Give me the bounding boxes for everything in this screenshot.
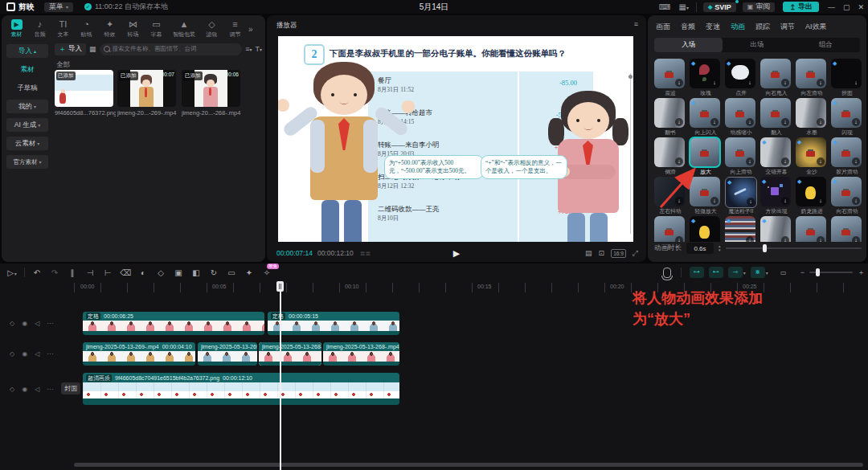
maximize-button[interactable]: ▢	[843, 3, 850, 11]
tab-picture[interactable]: 画面	[656, 22, 670, 32]
mute-icon[interactable]: ◁	[35, 350, 39, 358]
chroma-key-button[interactable]: ◇	[152, 268, 170, 277]
record-voiceover-icon[interactable]	[663, 268, 671, 278]
animation-tile[interactable]: ◆↓胶片滑动	[829, 137, 865, 177]
subtab-combo[interactable]: 组合	[792, 38, 860, 52]
animation-tile[interactable]: ◆↓拼图	[829, 59, 865, 98]
sidebar-item-cloud-material[interactable]: 云素材▾	[6, 137, 48, 150]
sort-icon[interactable]: ≡▾	[245, 45, 252, 53]
redo-button[interactable]: ↷	[46, 268, 63, 277]
clip-freeze-2[interactable]: 定格00:00:05:15	[268, 312, 399, 335]
animation-tile[interactable]: ↓向右甩入	[759, 59, 794, 98]
split-button[interactable]: ∥	[63, 268, 81, 277]
lock-icon[interactable]: ◇	[10, 320, 14, 327]
main-track-magnet-toggle[interactable]: ⊶	[690, 267, 704, 278]
sidebar-item-material[interactable]: 素材	[6, 63, 48, 76]
page-indicator-dot[interactable]	[628, 75, 633, 79]
tab-tracking[interactable]: 跟踪	[755, 22, 770, 32]
tab-animation[interactable]: 动画	[731, 22, 745, 32]
more-icon[interactable]: ⋯	[47, 320, 53, 327]
preview-canvas[interactable]: 2 下面是李叔叔手机里的一部分电子账单。你能看懂这份账单吗？ 餐厅8月31日 1…	[278, 36, 633, 242]
tab-adjust[interactable]: ≡调节	[223, 19, 247, 39]
type-filter-icon[interactable]: T▾	[255, 45, 262, 53]
sidebar-item-official-material[interactable]: 官方素材▾	[6, 155, 48, 169]
tab-sticker[interactable]: ◔贴纸	[75, 19, 98, 39]
animation-tile[interactable]: ↓向左滑动	[794, 59, 829, 98]
animation-tile[interactable]: ↓向上滑动	[723, 137, 759, 177]
animation-tile[interactable]: ◆↓向上闪入	[688, 98, 723, 137]
linkage-toggle[interactable]: ⊸	[728, 267, 743, 278]
animation-tile[interactable]: ↓震波	[653, 59, 688, 98]
animation-tile[interactable]: ◆↓方块出现	[759, 177, 794, 216]
tab-transition[interactable]: ⋈转场	[121, 19, 145, 39]
aspect-ratio-button[interactable]: 16:9	[611, 249, 626, 258]
tab-speed[interactable]: 变速	[706, 22, 720, 32]
mute-icon[interactable]: ◁	[35, 386, 39, 393]
eye-icon[interactable]: ◉	[22, 320, 27, 327]
animation-tile[interactable]: ↓侧滑	[653, 137, 688, 177]
tab-caption[interactable]: ▭字幕	[145, 19, 168, 39]
animation-duration-value[interactable]: 0.6s	[686, 243, 714, 254]
play-button[interactable]: ▶	[453, 248, 460, 259]
timeline-zoom-knob[interactable]	[816, 268, 820, 276]
animation-tile[interactable]: ↓动感缩小	[723, 98, 759, 137]
tab-audio-prop[interactable]: 音频	[681, 22, 695, 32]
animation-tile[interactable]: ◆↓	[723, 216, 759, 242]
tab-text[interactable]: TI文本	[51, 19, 75, 39]
playhead-handle[interactable]	[276, 281, 284, 292]
playhead-line[interactable]	[280, 283, 281, 470]
animation-tile[interactable]: ◆	[688, 216, 723, 242]
fullscreen-icon[interactable]: ⤢	[633, 249, 638, 258]
animation-tile[interactable]: ◆↓点开	[723, 59, 759, 98]
lock-icon[interactable]: ◇	[10, 350, 14, 358]
clip-video-4[interactable]: jimeng-2025-05-13-268-.mp400:0	[323, 342, 399, 366]
rotate-button[interactable]: ↻	[205, 268, 223, 277]
tab-smart-package[interactable]: ▲智能包装	[168, 19, 200, 39]
sidebar-item-mine[interactable]: 我的▾	[6, 100, 48, 113]
more-tabs-icon[interactable]: »	[248, 25, 253, 34]
subtab-in[interactable]: 入场	[654, 38, 723, 52]
media-item-girl-video[interactable]: 已添加 00:06	[182, 70, 240, 107]
layout-icon[interactable]: ▦▾	[678, 2, 688, 11]
more-icon[interactable]: ⋯	[47, 350, 53, 358]
svip-button[interactable]: ◆SVIP	[703, 2, 736, 12]
grid-view-icon[interactable]: ▦	[89, 45, 96, 53]
tab-audio[interactable]: ♪音频	[28, 19, 51, 39]
clip-video-3-selected[interactable]: jimeng-2025-05-13-268-.m	[259, 342, 321, 366]
clip-video-2[interactable]: jimeng-2025-05-13-269-.m	[198, 342, 257, 366]
mask-button[interactable]: ◐	[134, 268, 152, 277]
zoom-in-icon[interactable]: ＋	[858, 268, 865, 278]
crop-right-button[interactable]: ⊢	[99, 268, 117, 277]
sidebar-item-ai-generate[interactable]: AI 生成▾	[6, 118, 48, 132]
timecode-detail-icon[interactable]: ≣≣	[360, 250, 371, 257]
eye-icon[interactable]: ◉	[22, 350, 27, 358]
duration-slider[interactable]	[726, 247, 862, 249]
crop-button[interactable]: ▣	[170, 268, 187, 277]
media-item-boy-video[interactable]: 已添加 00:07	[117, 70, 176, 107]
duration-slider-knob[interactable]	[763, 244, 767, 252]
animation-tile-zoom-in-selected[interactable]: 放大	[688, 137, 723, 177]
tab-ai-effect[interactable]: AI效果	[805, 22, 827, 32]
menu-button[interactable]: 菜单▾	[44, 2, 73, 12]
caption-preview-icon[interactable]: ▭	[775, 269, 792, 276]
animation-tile[interactable]: ◆↓闪现	[829, 98, 865, 137]
sidebar-item-import[interactable]: 导入▴	[6, 44, 48, 58]
animation-tile[interactable]: ◆↓交错开幕	[759, 137, 794, 177]
delete-button[interactable]: ⌫	[117, 268, 134, 277]
mirror-button[interactable]: ◧	[187, 268, 205, 277]
animation-tile[interactable]: ◆↓向右滑动	[829, 177, 865, 216]
beautify-button[interactable]: ✦	[240, 268, 258, 277]
keyboard-shortcut-icon[interactable]: ⌨	[659, 2, 670, 11]
clip-video-1[interactable]: jimeng-2025-05-13-269-.mp400:00:04:10	[83, 342, 195, 366]
animation-tile[interactable]: ↓翻入	[759, 98, 794, 137]
tab-media[interactable]: ▶素材	[5, 19, 28, 39]
select-tool[interactable]: ▷▾	[3, 268, 21, 277]
more-icon[interactable]: ⋯	[47, 386, 53, 393]
close-button[interactable]: ✕	[858, 3, 864, 11]
freeze-frame-button[interactable]: ▭	[223, 268, 240, 277]
animation-tile[interactable]: ◆↓奶龙跳进	[794, 177, 829, 216]
animation-tile[interactable]: ↓	[829, 216, 865, 242]
search-input[interactable]: 搜索文件名称、画面情节、台词	[100, 43, 243, 55]
eye-icon[interactable]: ◉	[22, 386, 27, 393]
auto-snap-toggle[interactable]: ⊷	[709, 267, 723, 278]
